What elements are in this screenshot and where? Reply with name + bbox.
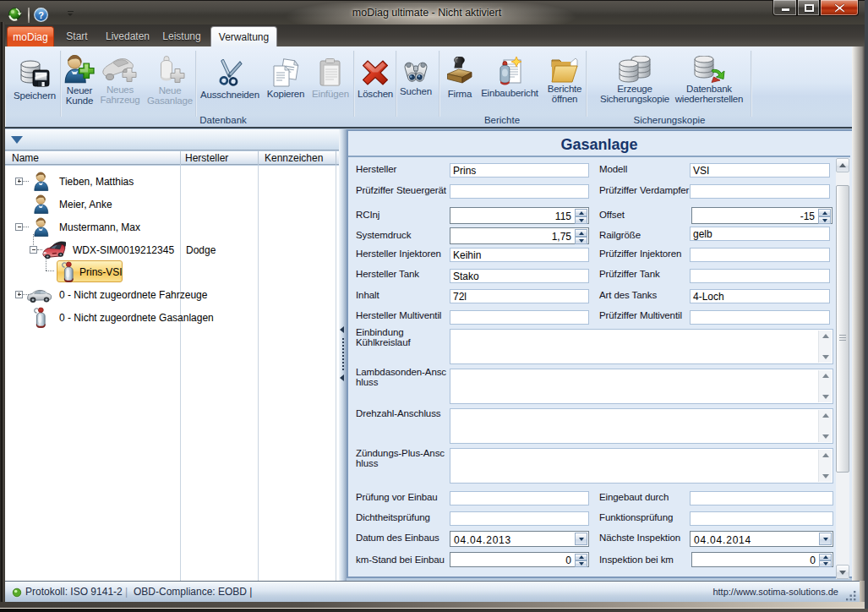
svg-text:?: ?: [38, 10, 44, 20]
